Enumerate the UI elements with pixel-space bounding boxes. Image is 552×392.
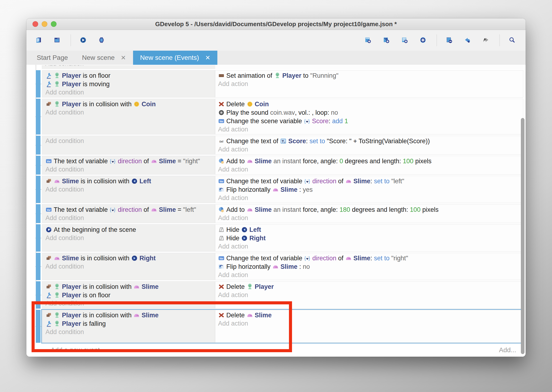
condition[interactable]: Player is in collision with Slime (45, 282, 215, 291)
action[interactable]: VarChange the text of variable {}directi… (218, 177, 523, 185)
action-text: Slime (281, 186, 297, 193)
action-text (343, 118, 345, 125)
redo-button[interactable] (480, 34, 493, 47)
tab-new-scene[interactable]: New scene ✕ (75, 51, 133, 65)
scene-editor-button[interactable] (51, 34, 64, 47)
toolbar-separator (499, 34, 500, 46)
action[interactable]: Hide Left (218, 225, 523, 234)
action[interactable]: Delete Slime (218, 311, 523, 319)
add-subevent-button[interactable] (380, 34, 394, 47)
event-row[interactable]: VarThe text of variable {}direction of S… (42, 204, 523, 223)
player-icon (54, 283, 60, 290)
event-selection-bar (36, 136, 41, 154)
left-icon (241, 226, 248, 233)
actions-cell: Hide LeftHide RightAdd action (215, 224, 523, 252)
play-button[interactable] (77, 34, 91, 47)
close-tab-icon[interactable]: ✕ (205, 54, 210, 62)
condition[interactable]: VarThe text of variable {}direction of S… (45, 157, 215, 165)
add-condition-button[interactable]: Add condition (45, 262, 215, 270)
condition[interactable]: Player is moving (45, 80, 215, 88)
event-row[interactable]: Player is in collision with SlimePlayer … (42, 310, 523, 343)
action[interactable]: Play the sound coin.wav, vol.: , loop: n… (218, 108, 523, 117)
action[interactable]: Flip horizontally Slime : yes (218, 185, 523, 194)
event-row[interactable]: Player is in collision with CoinAdd cond… (42, 99, 523, 134)
action[interactable]: Hide Right (218, 234, 523, 242)
event-row[interactable]: Player is on floorPlayer is movingAdd co… (42, 70, 523, 98)
action[interactable]: Flip horizontally Slime : no (218, 262, 523, 271)
event-row[interactable]: At the beginning of the sceneAdd conditi… (42, 224, 523, 252)
zoom-window-button[interactable] (51, 21, 56, 27)
event-row[interactable]: Add conditiontxtChange the text of TxSco… (42, 136, 523, 154)
add-condition-button[interactable]: Add condition (45, 328, 215, 336)
minimize-window-button[interactable] (42, 21, 47, 27)
debug-button[interactable] (95, 34, 109, 47)
event-row[interactable]: Slime is in collision with RightAdd cond… (42, 253, 523, 280)
force-icon (218, 206, 225, 213)
add-action-button[interactable]: Add action (218, 165, 523, 173)
tab-label: New scene (82, 54, 115, 62)
add-condition-button[interactable]: Add condition (45, 234, 215, 242)
condition[interactable]: VarThe text of variable {}direction of S… (45, 205, 215, 214)
add-condition-button[interactable]: Add condition (45, 165, 215, 173)
add-action-button[interactable]: Add action (218, 319, 523, 328)
add-button[interactable]: Add... (499, 346, 516, 354)
add-action-button[interactable]: Add action (218, 214, 523, 222)
event-row[interactable]: Player is in collision with SlimePlayer … (42, 281, 523, 309)
undo-button[interactable] (461, 34, 475, 47)
action[interactable]: txtChange the text of TxScore: set to "S… (218, 137, 523, 145)
title-bar: GDevelop 5 - /Users/david/Documents/GDev… (26, 18, 526, 30)
project-manager-button[interactable] (33, 34, 46, 47)
add-action-button[interactable]: Add action (218, 271, 523, 279)
add-condition-button[interactable]: Add condition (45, 108, 215, 116)
tab-new-scene-events[interactable]: New scene (Events) ✕ (133, 51, 217, 65)
add-condition-button[interactable]: Add condition (45, 185, 215, 193)
condition[interactable]: Player is falling (45, 319, 215, 328)
close-tab-icon[interactable]: ✕ (121, 54, 126, 62)
delete-event-button[interactable] (443, 34, 457, 47)
condition-text: The text of variable (54, 206, 110, 213)
action[interactable]: Delete Player (218, 282, 523, 291)
condition-text: is in collision with (79, 178, 131, 185)
add-action-button[interactable]: Add action (218, 125, 523, 133)
add-condition-button[interactable]: Add condition (45, 299, 215, 308)
add-condition-button[interactable]: Add condition (45, 137, 215, 145)
search-button[interactable] (506, 34, 519, 47)
action[interactable]: VarChange the text of variable {}directi… (218, 254, 523, 262)
add-condition-button[interactable]: Add condition (45, 214, 215, 222)
add-action-button[interactable]: Add action (218, 80, 523, 88)
toolbar-separator (437, 34, 437, 46)
add-new-event-button[interactable]: Add a new event (51, 346, 100, 354)
player-icon (54, 81, 60, 87)
condition[interactable]: At the beginning of the scene (45, 225, 215, 234)
event-row[interactable]: Slime is in collision with LeftAdd condi… (42, 176, 523, 203)
condition[interactable]: Player is in collision with Coin (45, 100, 215, 108)
vertical-scrollbar-thumb[interactable] (521, 118, 524, 354)
action[interactable]: Add to Slime an instant force, angle: 18… (218, 205, 523, 214)
add-action-button[interactable]: Add action (218, 145, 523, 153)
add-action-button[interactable]: Add action (218, 194, 523, 202)
action-text: Slime (255, 312, 272, 319)
conditions-cell: Slime is in collision with RightAdd cond… (42, 253, 215, 280)
add-comment-button[interactable] (399, 34, 412, 47)
event-row[interactable]: VarThe text of variable {}direction of S… (42, 156, 523, 175)
action[interactable]: Add to Slime an instant force, angle: 0 … (218, 157, 523, 165)
action[interactable]: VarChange the scene variable {}Score: ad… (218, 117, 523, 125)
add-circle-button[interactable] (417, 34, 430, 47)
close-window-button[interactable] (33, 21, 38, 27)
force-icon (218, 158, 225, 164)
condition[interactable]: Slime is in collision with Right (45, 254, 215, 262)
action[interactable]: Delete Coin (218, 100, 523, 108)
right-icon (241, 235, 248, 241)
add-condition-button[interactable]: Add condition (45, 65, 84, 67)
condition[interactable]: Player is on floor (45, 291, 215, 299)
add-condition-button[interactable]: Add condition (45, 88, 215, 96)
add-action-button[interactable]: Add action (218, 291, 523, 299)
scene-editor-icon (54, 37, 60, 43)
add-action-button[interactable]: Add action (218, 242, 523, 250)
action[interactable]: Set animation of Player to "Running" (218, 71, 523, 80)
condition[interactable]: Player is in collision with Slime (45, 311, 215, 319)
condition[interactable]: Slime is in collision with Left (45, 177, 215, 185)
tab-start-page[interactable]: Start Page (30, 51, 75, 65)
condition[interactable]: Player is on floor (45, 71, 215, 80)
add-event-button[interactable] (362, 34, 375, 47)
